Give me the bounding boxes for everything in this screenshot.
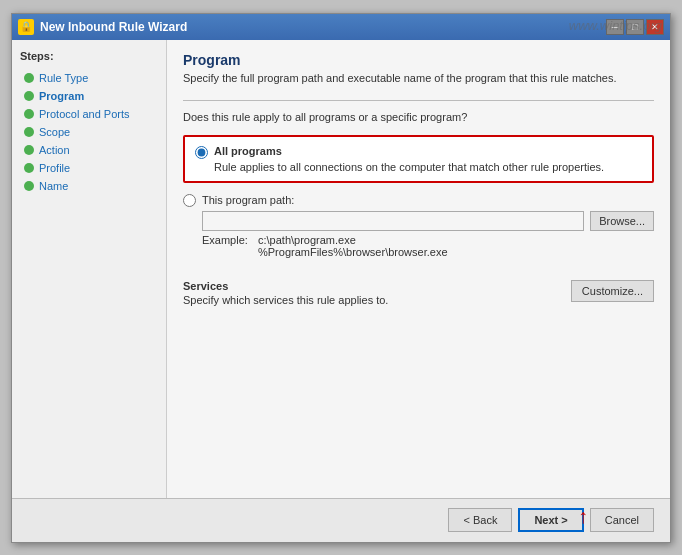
wizard-window: www.wintips.org 🔒 New Inbound Rule Wizar…: [11, 13, 671, 543]
sidebar: Steps: Rule Type Program Protocol and Po…: [12, 40, 167, 498]
services-title: Services: [183, 280, 571, 292]
example-line-1: c:\path\program.exe: [258, 234, 448, 246]
page-title: Program: [183, 52, 654, 68]
sidebar-label-protocol: Protocol and Ports: [39, 108, 130, 120]
services-info: Services Specify which services this rul…: [183, 280, 571, 306]
services-row: Services Specify which services this rul…: [183, 280, 654, 306]
step-dot: [24, 109, 34, 119]
customize-button[interactable]: Customize...: [571, 280, 654, 302]
step-dot: [24, 181, 34, 191]
sidebar-item-protocol[interactable]: Protocol and Ports: [20, 106, 158, 122]
step-dot: [24, 163, 34, 173]
step-dot: [24, 73, 34, 83]
all-programs-radio-row: All programs: [195, 145, 642, 159]
sidebar-label-name: Name: [39, 180, 68, 192]
program-path-input-row: Browse...: [202, 211, 654, 231]
all-programs-option-box: All programs Rule applies to all connect…: [183, 135, 654, 183]
step-dot: [24, 91, 34, 101]
cancel-button[interactable]: Cancel: [590, 508, 654, 532]
title-bar: 🔒 New Inbound Rule Wizard ─ □ ✕: [12, 14, 670, 40]
program-path-label: This program path:: [202, 194, 294, 206]
sidebar-item-profile[interactable]: Profile: [20, 160, 158, 176]
services-description: Specify which services this rule applies…: [183, 294, 571, 306]
main-header: Program Specify the full program path an…: [183, 52, 654, 84]
example-line-2: %ProgramFiles%\browser\browser.exe: [258, 246, 448, 258]
back-button[interactable]: < Back: [448, 508, 512, 532]
sidebar-item-rule-type[interactable]: Rule Type: [20, 70, 158, 86]
next-button[interactable]: Next >: [518, 508, 583, 532]
all-programs-label: All programs: [214, 145, 282, 157]
steps-label: Steps:: [20, 50, 158, 62]
all-programs-description: Rule applies to all connections on the c…: [214, 161, 642, 173]
sidebar-label-action: Action: [39, 144, 70, 156]
example-values: c:\path\program.exe %ProgramFiles%\brows…: [258, 234, 448, 258]
sidebar-label-scope: Scope: [39, 126, 70, 138]
content-area: Steps: Rule Type Program Protocol and Po…: [12, 40, 670, 498]
question-text: Does this rule apply to all programs or …: [183, 111, 654, 123]
sidebar-label-rule-type: Rule Type: [39, 72, 88, 84]
step-dot: [24, 127, 34, 137]
maximize-button[interactable]: □: [626, 19, 644, 35]
close-button[interactable]: ✕: [646, 19, 664, 35]
window-title: New Inbound Rule Wizard: [40, 20, 187, 34]
program-path-radio[interactable]: [183, 194, 196, 207]
program-path-radio-row: This program path:: [183, 193, 654, 207]
page-subtitle: Specify the full program path and execut…: [183, 72, 654, 84]
sidebar-item-scope[interactable]: Scope: [20, 124, 158, 140]
sidebar-item-name[interactable]: Name: [20, 178, 158, 194]
example-label: Example:: [202, 234, 258, 258]
program-path-section: This program path: Browse... Example: c:…: [183, 193, 654, 258]
all-programs-radio[interactable]: [195, 146, 208, 159]
main-panel: Program Specify the full program path an…: [167, 40, 670, 498]
sidebar-item-program[interactable]: Program: [20, 88, 158, 104]
window-icon: 🔒: [18, 19, 34, 35]
program-path-input[interactable]: [202, 211, 584, 231]
minimize-button[interactable]: ─: [606, 19, 624, 35]
sidebar-label-program: Program: [39, 90, 84, 102]
bottom-bar: < Back Next > Cancel: [12, 498, 670, 542]
services-section: Services Specify which services this rul…: [183, 280, 654, 306]
sidebar-item-action[interactable]: Action: [20, 142, 158, 158]
title-bar-left: 🔒 New Inbound Rule Wizard: [18, 19, 187, 35]
separator: [183, 100, 654, 101]
browse-button[interactable]: Browse...: [590, 211, 654, 231]
title-controls: ─ □ ✕: [606, 19, 664, 35]
sidebar-label-profile: Profile: [39, 162, 70, 174]
example-container: Example: c:\path\program.exe %ProgramFil…: [202, 234, 654, 258]
step-dot: [24, 145, 34, 155]
